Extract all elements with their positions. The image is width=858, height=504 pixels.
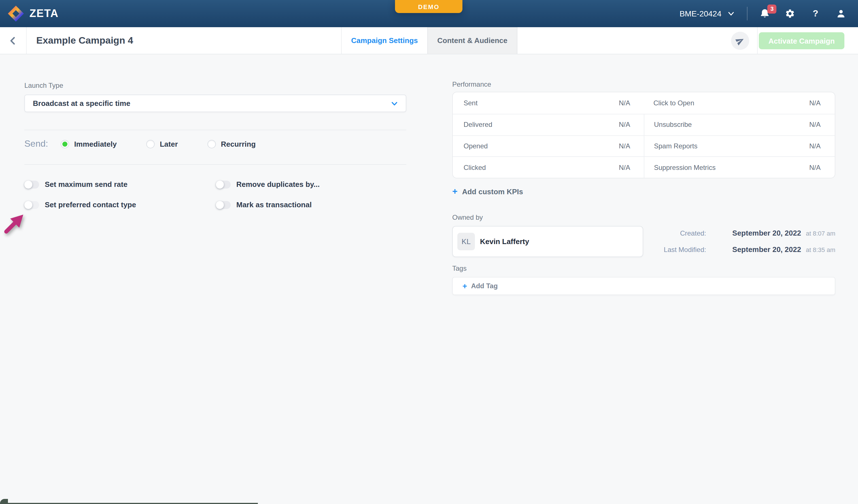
add-custom-kpis-link[interactable]: + Add custom KPIs xyxy=(452,187,523,196)
send-options-row: Send: Immediately Later Recurring xyxy=(25,137,285,151)
tags-box: + Add Tag xyxy=(452,277,835,295)
user-menu-button[interactable] xyxy=(836,9,846,19)
last-modified-row: Last Modified: September 20, 2022 at 8:3… xyxy=(654,244,835,260)
perf-row-spam-reports: Spam Reports N/A xyxy=(644,135,835,157)
page-title: Example Campaign 4 xyxy=(36,27,133,54)
send-label: Send: xyxy=(25,139,48,149)
radio-recurring[interactable]: Recurring xyxy=(207,140,256,148)
last-modified-time: at 8:35 am xyxy=(806,246,835,253)
header-divider xyxy=(757,27,758,54)
tags-label: Tags xyxy=(452,264,467,272)
toggle-set-preferred-contact-type[interactable]: Set preferred contact type xyxy=(25,200,216,209)
send-test-button[interactable] xyxy=(731,32,749,50)
perf-value: N/A xyxy=(809,120,821,129)
perf-row-clicked: Clicked N/A xyxy=(453,157,644,178)
perf-value: N/A xyxy=(619,120,630,129)
perf-row-delivered: Delivered N/A xyxy=(453,114,644,135)
owner-card: KL Kevin Lafferty xyxy=(452,226,643,257)
radio-unselected-icon xyxy=(207,140,216,148)
perf-value: N/A xyxy=(619,163,630,171)
chevron-down-icon xyxy=(391,100,398,107)
launch-type-select[interactable]: Broadcast at a specific time xyxy=(25,95,406,112)
launch-type-label: Launch Type xyxy=(25,82,63,90)
toggle-remove-duplicates[interactable]: Remove duplicates by... xyxy=(216,180,320,189)
toggle-off-icon xyxy=(25,201,39,209)
performance-table: Sent N/A Click to Open N/A Delivered N/A… xyxy=(452,92,835,178)
plus-icon: + xyxy=(452,187,458,196)
add-tag-button[interactable]: + Add Tag xyxy=(462,282,498,290)
chevron-left-icon xyxy=(7,35,19,46)
notification-count-badge: 3 xyxy=(768,4,776,14)
back-button[interactable] xyxy=(0,27,27,54)
annotation-arrow-cursor xyxy=(2,211,27,238)
settings-button[interactable] xyxy=(785,9,795,19)
toggle-off-icon xyxy=(216,201,231,209)
avatar: KL xyxy=(457,233,475,250)
chevron-down-icon xyxy=(727,10,735,18)
toggle-off-icon xyxy=(25,180,39,188)
owner-name: Kevin Lafferty xyxy=(480,237,529,246)
campaign-tabs: Campaign Settings Content & Audience xyxy=(341,27,518,54)
perf-row-suppression-metrics: Suppression Metrics N/A xyxy=(644,157,835,178)
brand-logo-group[interactable]: ZETA xyxy=(0,5,59,22)
campaign-meta: Created: September 20, 2022 at 8:07 am L… xyxy=(654,228,835,260)
org-name: BME-20424 xyxy=(680,9,721,18)
notifications-button[interactable]: 3 xyxy=(759,9,769,19)
perf-value: N/A xyxy=(619,142,630,150)
created-row: Created: September 20, 2022 at 8:07 am xyxy=(654,228,835,244)
created-label: Created: xyxy=(654,229,706,237)
app-window: ZETA DEMO BME-20424 3 xyxy=(0,0,858,504)
zeta-diamond-icon xyxy=(7,5,25,22)
perf-value: N/A xyxy=(809,142,821,150)
launch-type-value: Broadcast at a specific time xyxy=(33,99,130,108)
tab-content-audience[interactable]: Content & Audience xyxy=(428,27,518,54)
navbar-right-group: BME-20424 3 xyxy=(680,7,858,20)
question-mark-icon: ? xyxy=(813,9,818,19)
campaign-header-bar: Example Campaign 4 Campaign Settings Con… xyxy=(0,27,858,54)
last-modified-date: September 20, 2022 xyxy=(732,245,801,254)
activate-campaign-button[interactable]: Activate Campaign xyxy=(759,32,844,49)
demo-badge: DEMO xyxy=(395,0,462,13)
radio-selected-icon xyxy=(61,140,69,148)
top-navbar: ZETA DEMO BME-20424 3 xyxy=(0,0,858,27)
divider xyxy=(25,164,406,165)
perf-value: N/A xyxy=(619,99,630,107)
radio-unselected-icon xyxy=(146,140,155,148)
gear-icon xyxy=(785,9,795,19)
toggle-set-maximum-send-rate[interactable]: Set maximum send rate xyxy=(25,180,216,189)
toggle-off-icon xyxy=(216,180,231,188)
toggle-options-grid: Set maximum send rate Remove duplicates … xyxy=(25,180,320,209)
owned-by-label: Owned by xyxy=(452,213,483,222)
created-date: September 20, 2022 xyxy=(732,229,801,237)
perf-row-click-to-open: Click to Open N/A xyxy=(644,92,835,114)
performance-label: Performance xyxy=(452,80,491,88)
main-content: Launch Type Broadcast at a specific time… xyxy=(0,54,858,504)
bottom-cutoff-element xyxy=(0,503,258,504)
perf-row-opened: Opened N/A xyxy=(453,135,644,157)
perf-value: N/A xyxy=(809,99,821,107)
brand-name: ZETA xyxy=(30,7,59,20)
person-icon xyxy=(836,9,846,19)
perf-row-unsubscribe: Unsubscribe N/A xyxy=(644,114,835,135)
perf-value: N/A xyxy=(809,163,821,171)
created-time: at 8:07 am xyxy=(806,230,835,237)
help-button[interactable]: ? xyxy=(810,9,821,19)
plus-icon: + xyxy=(462,282,467,290)
perf-row-sent: Sent N/A xyxy=(453,92,644,114)
radio-later[interactable]: Later xyxy=(146,140,178,148)
radio-immediately[interactable]: Immediately xyxy=(61,140,117,148)
last-modified-label: Last Modified: xyxy=(654,246,706,254)
org-selector[interactable]: BME-20424 xyxy=(680,9,735,18)
paper-plane-icon xyxy=(734,35,746,47)
tab-campaign-settings[interactable]: Campaign Settings xyxy=(341,27,428,54)
navbar-divider xyxy=(747,7,747,20)
toggle-mark-as-transactional[interactable]: Mark as transactional xyxy=(216,200,320,209)
divider xyxy=(25,130,406,130)
